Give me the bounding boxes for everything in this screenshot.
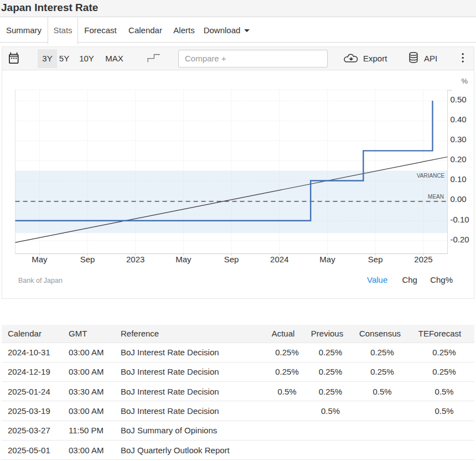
svg-text:Bank of Japan: Bank of Japan (18, 277, 63, 284)
svg-text:Chg: Chg (402, 275, 417, 284)
svg-text:0.50: 0.50 (451, 95, 467, 104)
svg-text:VARIANCE: VARIANCE (417, 173, 445, 179)
svg-text:Sep: Sep (224, 255, 239, 264)
svg-text:0.30: 0.30 (451, 134, 467, 144)
svg-text:%: % (461, 77, 468, 85)
svg-text:Chg%: Chg% (430, 275, 453, 284)
svg-text:MEAN: MEAN (428, 194, 444, 200)
svg-text:May: May (319, 255, 335, 264)
svg-text:May: May (175, 255, 192, 264)
svg-text:2025: 2025 (414, 255, 432, 264)
svg-text:-0.10: -0.10 (451, 215, 469, 224)
svg-text:2023: 2023 (126, 255, 144, 264)
svg-text:-0.20: -0.20 (451, 235, 469, 244)
svg-text:0.00: 0.00 (451, 194, 467, 204)
svg-text:0.20: 0.20 (451, 154, 467, 164)
svg-text:2024: 2024 (270, 255, 288, 264)
svg-text:May: May (32, 255, 48, 264)
svg-text:0.40: 0.40 (451, 115, 467, 124)
svg-text:Value: Value (367, 275, 387, 284)
svg-text:Sep: Sep (368, 255, 383, 264)
svg-text:0.10: 0.10 (451, 174, 467, 184)
svg-text:Sep: Sep (80, 255, 95, 264)
